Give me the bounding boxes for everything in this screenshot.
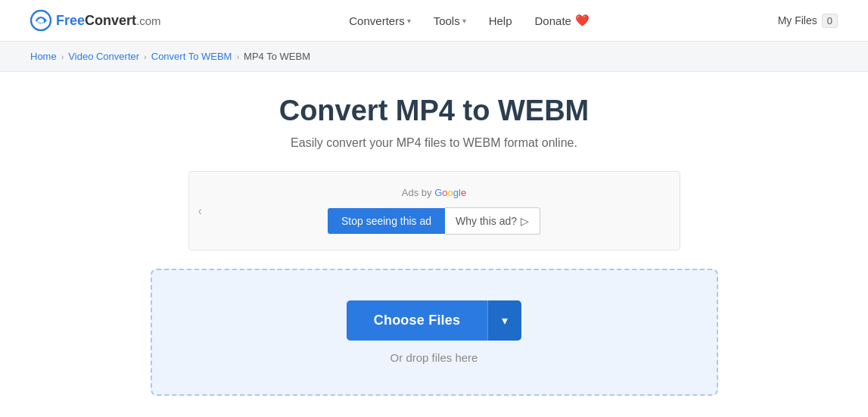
page-title: Convert MP4 to WEBM xyxy=(109,95,760,127)
choose-files-wrapper: Choose Files ▾ xyxy=(347,300,521,341)
choose-files-button[interactable]: Choose Files xyxy=(347,300,487,341)
breadcrumb-separator: › xyxy=(61,52,64,61)
ad-container: ‹ Ads by Google Stop seeing this ad Why … xyxy=(188,171,680,251)
my-files[interactable]: My Files 0 xyxy=(778,14,838,28)
stop-seeing-button[interactable]: Stop seeing this ad xyxy=(328,208,445,234)
breadcrumb-current: MP4 To WEBM xyxy=(244,51,310,62)
breadcrumb-separator: › xyxy=(144,52,147,61)
chevron-down-icon: ▾ xyxy=(407,17,411,25)
ads-by-google-label: Ads by Google xyxy=(204,187,664,198)
breadcrumb: Home › Video Converter › Convert To WEBM… xyxy=(0,42,868,72)
main-nav: Converters ▾ Tools ▾ Help Donate ❤️ xyxy=(349,14,590,27)
my-files-badge: 0 xyxy=(822,14,838,28)
breadcrumb-home[interactable]: Home xyxy=(30,51,57,62)
logo[interactable]: FreeConvert.com xyxy=(30,10,161,31)
breadcrumb-separator: › xyxy=(236,52,239,61)
why-icon: ▷ xyxy=(521,215,529,227)
choose-files-dropdown-button[interactable]: ▾ xyxy=(487,300,521,341)
ad-back-arrow[interactable]: ‹ xyxy=(198,204,202,218)
svg-point-0 xyxy=(31,11,51,30)
chevron-down-icon: ▾ xyxy=(462,17,466,25)
page-subtitle: Easily convert your MP4 files to WEBM fo… xyxy=(109,136,760,150)
logo-icon xyxy=(30,10,51,31)
nav-tools[interactable]: Tools ▾ xyxy=(434,14,466,27)
svg-marker-1 xyxy=(44,17,47,23)
header: FreeConvert.com Converters ▾ Tools ▾ Hel… xyxy=(0,0,868,42)
heart-icon: ❤️ xyxy=(575,14,590,27)
drop-text: Or drop files here xyxy=(167,351,702,364)
nav-converters[interactable]: Converters ▾ xyxy=(349,14,410,27)
ad-buttons: Stop seeing this ad Why this ad? ▷ xyxy=(204,207,664,235)
google-label: Google xyxy=(434,187,466,198)
logo-text: FreeConvert.com xyxy=(56,13,161,29)
nav-help[interactable]: Help xyxy=(489,14,512,27)
why-this-ad-button[interactable]: Why this ad? ▷ xyxy=(445,207,540,235)
breadcrumb-convert-to-webm[interactable]: Convert To WEBM xyxy=(151,51,232,62)
drop-zone[interactable]: Choose Files ▾ Or drop files here xyxy=(151,269,718,396)
main-content: Convert MP4 to WEBM Easily convert your … xyxy=(94,72,775,417)
breadcrumb-video-converter[interactable]: Video Converter xyxy=(68,51,139,62)
nav-donate[interactable]: Donate ❤️ xyxy=(535,14,590,27)
